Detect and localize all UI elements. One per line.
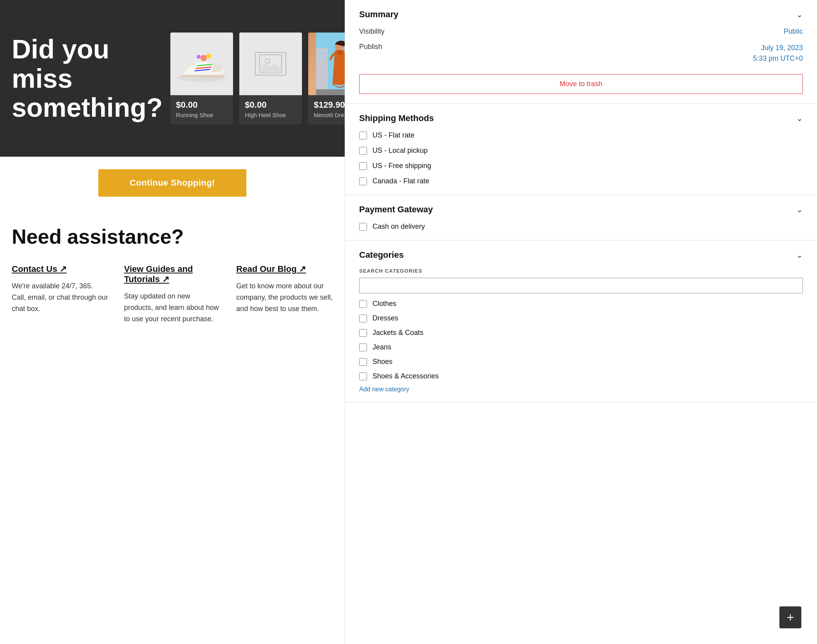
visibility-value[interactable]: Public bbox=[784, 27, 803, 36]
product-card-1: $0.00 High Heel Shoe bbox=[239, 33, 302, 125]
product-card-2: $129.90 Menotti Dress bbox=[308, 33, 345, 125]
svg-rect-15 bbox=[323, 57, 326, 59]
dress-visual bbox=[308, 33, 345, 95]
categories-header: Categories ⌄ bbox=[359, 250, 803, 260]
category-checkbox-3[interactable] bbox=[359, 344, 367, 351]
publish-time: 5:33 pm UTC+0 bbox=[753, 54, 803, 62]
shipping-option-3: Canada - Flat rate bbox=[359, 177, 803, 185]
placeholder-icon bbox=[255, 52, 286, 76]
payment-gateway-section: Payment Gateway ⌄ Cash on delivery bbox=[345, 195, 817, 241]
product-image-0 bbox=[170, 33, 233, 95]
contact-us-link[interactable]: Contact Us ↗ bbox=[12, 264, 67, 274]
payment-gateway-header: Payment Gateway ⌄ bbox=[359, 204, 803, 215]
shipping-methods-list: US - Flat rate US - Local pickup US - Fr… bbox=[359, 131, 803, 185]
continue-shopping-button[interactable]: Continue Shopping! bbox=[98, 169, 246, 197]
shipping-checkbox-0[interactable] bbox=[359, 132, 367, 139]
guides-link[interactable]: View Guides and Tutorials ↗ bbox=[124, 264, 221, 284]
category-label-5: Shoes & Accessories bbox=[372, 372, 439, 380]
svg-point-5 bbox=[206, 54, 211, 58]
product-price-0: $0.00 bbox=[176, 100, 228, 110]
category-item-5: Shoes & Accessories bbox=[359, 372, 801, 380]
product-price-1: $0.00 bbox=[245, 100, 296, 110]
category-checkbox-4[interactable] bbox=[359, 358, 367, 366]
shipping-checkbox-2[interactable] bbox=[359, 162, 367, 170]
category-checkbox-2[interactable] bbox=[359, 329, 367, 337]
payment-options-list: Cash on delivery bbox=[359, 223, 803, 231]
assistance-title: Need assistance? bbox=[12, 225, 333, 248]
payment-checkbox-0[interactable] bbox=[359, 223, 367, 231]
blog-desc: Get to know more about our company, the … bbox=[236, 280, 333, 314]
category-label-4: Shoes bbox=[372, 358, 392, 366]
shipping-label-3: Canada - Flat rate bbox=[372, 177, 429, 185]
shipping-label-0: US - Flat rate bbox=[372, 131, 414, 139]
product-price-2: $129.90 bbox=[314, 100, 345, 110]
category-item-4: Shoes bbox=[359, 358, 801, 366]
product-card-info-2: $129.90 Menotti Dress bbox=[308, 95, 345, 125]
left-panel: Did you miss something? bbox=[0, 0, 345, 644]
summary-header: Summary ⌄ bbox=[359, 9, 803, 20]
categories-list: Clothes Dresses Jackets & Coats Jeans Sh… bbox=[359, 300, 803, 380]
payment-label-0: Cash on delivery bbox=[372, 223, 425, 231]
shipping-methods-title: Shipping Methods bbox=[359, 113, 434, 123]
svg-rect-13 bbox=[323, 52, 326, 54]
categories-chevron-icon[interactable]: ⌄ bbox=[796, 250, 803, 260]
shipping-option-1: US - Local pickup bbox=[359, 147, 803, 155]
category-label-2: Jackets & Coats bbox=[372, 329, 423, 337]
product-cards: $0.00 Running Shoe $0.00 bbox=[170, 33, 345, 125]
summary-section: Summary ⌄ Visibility Public Publish July… bbox=[345, 0, 817, 104]
payment-chevron-icon[interactable]: ⌄ bbox=[796, 205, 803, 214]
publish-date: July 19, 2023 bbox=[761, 44, 803, 52]
publish-value[interactable]: July 19, 2023 5:33 pm UTC+0 bbox=[753, 43, 803, 64]
assistance-item-2: Read Our Blog ↗ Get to know more about o… bbox=[236, 264, 333, 324]
product-image-2 bbox=[308, 33, 345, 95]
shipping-checkbox-1[interactable] bbox=[359, 147, 367, 155]
svg-point-6 bbox=[197, 55, 201, 59]
assistance-section: Need assistance? Contact Us ↗ We're avai… bbox=[0, 209, 345, 340]
shipping-label-1: US - Local pickup bbox=[372, 147, 428, 155]
product-name-2: Menotti Dress bbox=[314, 112, 345, 118]
contact-us-desc: We're available 24/7, 365. Call, email, … bbox=[12, 280, 108, 314]
summary-chevron-icon[interactable]: ⌄ bbox=[796, 10, 803, 19]
product-name-1: High Heel Shoe bbox=[245, 112, 296, 118]
categories-section: Categories ⌄ SEARCH CATEGORIES Clothes D… bbox=[345, 241, 817, 403]
guides-desc: Stay updated on new products, and learn … bbox=[124, 291, 221, 324]
add-new-category-link[interactable]: Add new category bbox=[359, 386, 409, 393]
svg-rect-17 bbox=[316, 89, 345, 95]
visibility-row: Visibility Public bbox=[359, 27, 803, 36]
search-categories-label: SEARCH CATEGORIES bbox=[359, 268, 803, 274]
shipping-label-2: US - Free shipping bbox=[372, 162, 431, 170]
product-card-0: $0.00 Running Shoe bbox=[170, 33, 233, 125]
category-item-0: Clothes bbox=[359, 300, 801, 308]
blog-link[interactable]: Read Our Blog ↗ bbox=[236, 264, 306, 274]
category-label-0: Clothes bbox=[372, 300, 396, 308]
right-panel: Summary ⌄ Visibility Public Publish July… bbox=[345, 0, 817, 644]
move-to-trash-button[interactable]: Move to trash bbox=[359, 74, 803, 94]
category-checkbox-0[interactable] bbox=[359, 300, 367, 308]
svg-point-4 bbox=[201, 55, 207, 61]
hero-headline: Did you miss something? bbox=[12, 34, 163, 122]
visibility-label: Visibility bbox=[359, 27, 385, 36]
assistance-item-1: View Guides and Tutorials ↗ Stay updated… bbox=[124, 264, 221, 324]
assistance-item-0: Contact Us ↗ We're available 24/7, 365. … bbox=[12, 264, 108, 324]
category-checkbox-5[interactable] bbox=[359, 373, 367, 380]
product-name-0: Running Shoe bbox=[176, 112, 228, 118]
svg-rect-12 bbox=[318, 52, 321, 54]
product-card-info-0: $0.00 Running Shoe bbox=[170, 95, 233, 125]
product-card-info-1: $0.00 High Heel Shoe bbox=[239, 95, 302, 125]
shipping-methods-header: Shipping Methods ⌄ bbox=[359, 113, 803, 123]
category-item-3: Jeans bbox=[359, 343, 801, 351]
publish-row: Publish July 19, 2023 5:33 pm UTC+0 bbox=[359, 43, 803, 64]
fab-button[interactable]: + bbox=[779, 606, 801, 628]
payment-option-0: Cash on delivery bbox=[359, 223, 803, 231]
publish-label: Publish bbox=[359, 43, 382, 51]
product-image-1 bbox=[239, 33, 302, 95]
category-item-1: Dresses bbox=[359, 314, 801, 322]
shipping-checkbox-3[interactable] bbox=[359, 177, 367, 185]
category-label-1: Dresses bbox=[372, 314, 398, 322]
shipping-option-2: US - Free shipping bbox=[359, 162, 803, 170]
shipping-chevron-icon[interactable]: ⌄ bbox=[796, 114, 803, 123]
category-checkbox-1[interactable] bbox=[359, 315, 367, 322]
payment-gateway-title: Payment Gateway bbox=[359, 204, 433, 215]
search-categories-input[interactable] bbox=[359, 278, 803, 293]
assistance-grid: Contact Us ↗ We're available 24/7, 365. … bbox=[12, 264, 333, 324]
